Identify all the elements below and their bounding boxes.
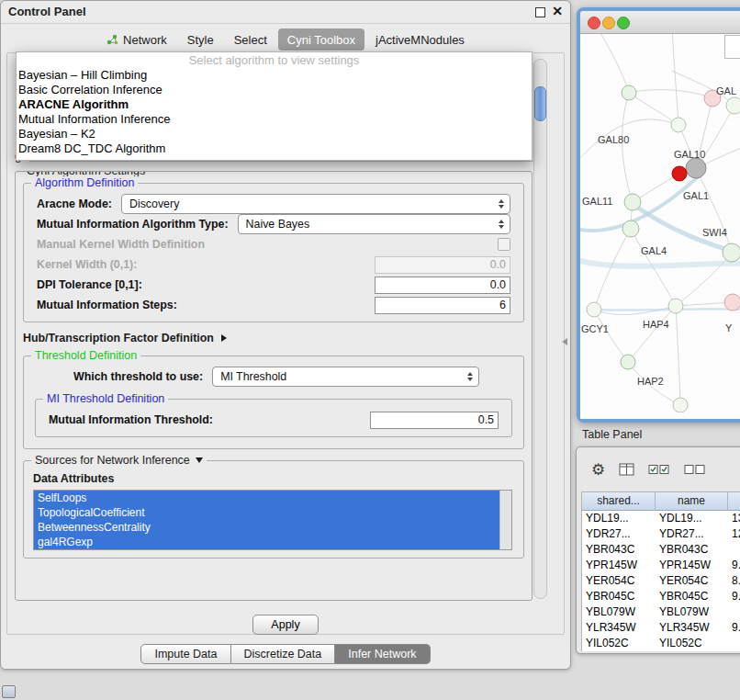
network-node[interactable]	[723, 243, 740, 262]
table-row[interactable]: YBR045CYBR045C9.	[582, 589, 740, 604]
list-scrollbar[interactable]	[499, 491, 511, 549]
column-header[interactable]: name	[656, 492, 728, 511]
algorithm-option[interactable]: Dream8 DC_TDC Algorithm	[17, 141, 532, 156]
dpi-tolerance-row: DPI Tolerance [0,1]:	[37, 276, 510, 294]
tab-discretize-data[interactable]: Discretize Data	[231, 644, 336, 664]
network-node[interactable]	[622, 85, 636, 100]
minimized-panel-icon[interactable]	[2, 685, 16, 698]
control-panel-titlebar[interactable]: Control Panel ✕	[1, 1, 570, 24]
tab-network[interactable]: Network	[97, 28, 176, 51]
algorithm-option-list: Bayesian – Hill ClimbingBasic Correlatio…	[17, 68, 532, 156]
table-cell	[728, 636, 740, 651]
network-node[interactable]	[672, 166, 687, 181]
table-row[interactable]: YDL19...YDL19...13	[582, 511, 740, 526]
aracne-mode-row: Aracne Mode: Discovery	[37, 195, 510, 213]
data-attribute-item[interactable]: gal4RGexp	[34, 535, 500, 549]
table-row[interactable]: YLR345WYLR345W9.	[582, 620, 740, 636]
column-header[interactable]: shared...	[582, 492, 656, 511]
tab-select[interactable]: Select	[225, 28, 276, 51]
minimize-traffic-light-icon[interactable]	[602, 17, 615, 29]
network-node[interactable]	[624, 194, 641, 210]
table-cell: YIL052C	[582, 636, 656, 651]
minimize-icon[interactable]	[535, 7, 545, 17]
node-label: GAL11	[582, 196, 612, 207]
mi-threshold-field[interactable]	[370, 412, 499, 429]
table-cell: 9.	[728, 558, 740, 573]
tab-jactivemnodules[interactable]: jActiveMNodules	[366, 28, 474, 51]
table-row[interactable]: YDR27...YDR27...12	[582, 526, 740, 542]
tab-impute-data[interactable]: Impute Data	[140, 644, 230, 664]
dpi-tolerance-field[interactable]	[375, 277, 510, 294]
node-table: shared...name YDL19...YDL19...13YDR27...…	[581, 491, 740, 651]
mi-threshold-row: Mutual Information Threshold:	[49, 411, 499, 429]
mi-type-select[interactable]: Naive Bayes	[238, 214, 510, 234]
algorithm-option[interactable]: Bayesian – K2	[17, 127, 532, 141]
algorithm-option[interactable]: Bayesian – Hill Climbing	[17, 68, 532, 83]
node-label: GCY1	[581, 323, 609, 334]
table-toolbar: ⚙	[577, 455, 740, 484]
close-traffic-light-icon[interactable]	[588, 17, 600, 29]
select-none-icon[interactable]	[684, 464, 706, 475]
tab-label: jActiveMNodules	[376, 33, 465, 47]
select-all-icon[interactable]	[648, 464, 670, 475]
data-attribute-item[interactable]: BetweennessCentrality	[34, 520, 500, 535]
tab-infer-network[interactable]: Infer Network	[335, 644, 430, 664]
dpi-tolerance-label: DPI Tolerance [0,1]:	[37, 278, 142, 291]
aracne-mode-select[interactable]: Discovery	[121, 194, 510, 214]
algorithm-option[interactable]: Mutual Information Inference	[17, 112, 532, 127]
manual-kernel-checkbox[interactable]	[498, 238, 510, 251]
table-cell: 13	[728, 511, 740, 526]
table-row[interactable]: YER054CYER054C8.	[582, 573, 740, 589]
table-body: YDL19...YDL19...13YDR27...YDR27...12YBR0…	[582, 511, 740, 651]
table-cell: YBR045C	[656, 589, 728, 604]
tab-cyni-toolbox[interactable]: Cyni Toolbox	[278, 28, 364, 51]
combo-arrows-icon	[497, 220, 505, 229]
network-node[interactable]	[724, 294, 740, 310]
apply-button[interactable]: Apply	[252, 615, 319, 635]
tab-style[interactable]: Style	[178, 28, 223, 51]
table-row[interactable]: YPR145WYPR145W9.	[582, 558, 740, 573]
network-node[interactable]	[668, 299, 683, 313]
hub-definition-disclosure[interactable]: Hub/Transcription Factor Definition	[23, 332, 530, 344]
columns-icon[interactable]	[619, 463, 634, 476]
network-node[interactable]	[622, 220, 639, 237]
network-node[interactable]	[587, 302, 601, 317]
gear-icon[interactable]: ⚙	[591, 462, 605, 478]
control-panel-tabs: Network Style Select Cyni Toolbox jActiv…	[1, 28, 570, 51]
table-cell: 8.	[728, 573, 740, 589]
table-row[interactable]: YBL079WYBL079W	[582, 604, 740, 620]
mi-steps-row: Mutual Information Steps:	[37, 296, 510, 314]
kernel-width-field[interactable]	[375, 256, 510, 274]
panel-collapse-arrow[interactable]	[562, 338, 567, 345]
algorithm-option[interactable]: Basic Correlation Inference	[17, 83, 532, 97]
column-header[interactable]	[728, 492, 740, 511]
tab-label: Cyni Toolbox	[287, 33, 355, 47]
network-node[interactable]	[726, 97, 740, 114]
network-window-titlebar[interactable]	[580, 11, 740, 34]
tab-label: Network	[123, 33, 167, 47]
algorithm-option[interactable]: ARACNE Algorithm	[17, 97, 532, 112]
data-attribute-item[interactable]: SelfLoops	[34, 491, 500, 505]
network-node[interactable]	[621, 355, 635, 369]
network-node[interactable]	[673, 398, 688, 412]
table-cell: 12	[728, 526, 740, 542]
network-scrollbar-corner[interactable]	[724, 35, 740, 59]
table-row[interactable]: YIL052CYIL052C	[582, 636, 740, 651]
vertical-scrollbar[interactable]	[533, 59, 547, 599]
table-row[interactable]: YBR043CYBR043C	[582, 542, 740, 558]
which-threshold-select[interactable]: MI Threshold	[212, 367, 479, 387]
network-node[interactable]	[671, 118, 686, 132]
table-cell: YPR145W	[656, 558, 728, 573]
network-icon	[107, 34, 118, 45]
network-canvas[interactable]: GALGAL80GAL10GAL11GAL1SWI4GAL4GCY1HAP4YH…	[580, 34, 740, 419]
node-label: HAP4	[643, 319, 669, 330]
data-attribute-item[interactable]: TopologicalCoefficient	[34, 505, 500, 520]
data-attributes-list[interactable]: SelfLoopsTopologicalCoefficientBetweenne…	[33, 490, 512, 550]
network-node[interactable]	[686, 158, 706, 178]
zoom-traffic-light-icon[interactable]	[617, 17, 630, 29]
close-icon[interactable]: ✕	[552, 4, 563, 18]
scrollbar-thumb[interactable]	[534, 86, 546, 121]
mi-steps-field[interactable]	[375, 297, 510, 314]
sources-disclosure[interactable]: Sources for Network Inference	[31, 454, 207, 467]
which-threshold-label: Which threshold to use:	[73, 370, 203, 383]
